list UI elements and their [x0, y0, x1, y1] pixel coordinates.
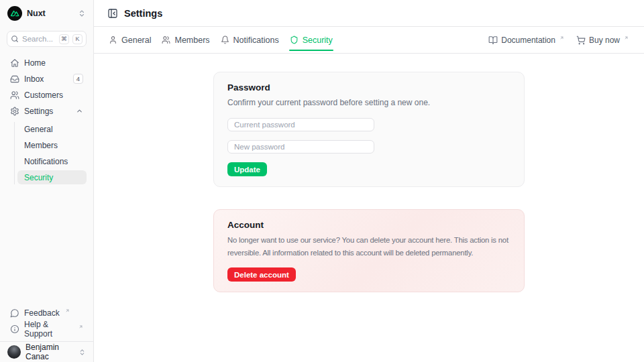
app-window: Nuxt Search... ⌘ K Home	[0, 0, 644, 362]
external-link-icon	[65, 308, 70, 313]
gear-icon	[10, 107, 19, 116]
external-link-icon	[624, 36, 629, 40]
sidebar-item-home[interactable]: Home	[7, 56, 87, 70]
page-header: Settings	[94, 0, 644, 27]
sidebar-subitem-security[interactable]: Security	[17, 170, 87, 184]
home-icon	[10, 58, 19, 68]
shopping-cart-icon	[576, 36, 586, 45]
inbox-count-badge: 4	[73, 74, 83, 84]
kbd-k: K	[72, 34, 83, 44]
sidebar-item-help-support[interactable]: Help & Support	[7, 322, 87, 336]
password-card-title: Password	[227, 82, 511, 93]
sidebar-footer: Feedback Help & Support	[0, 306, 93, 341]
documentation-link[interactable]: Documentation	[482, 36, 570, 45]
account-card-title: Account	[227, 220, 511, 230]
search-icon	[11, 35, 19, 43]
toolbar-link-label: Buy now	[589, 36, 620, 45]
sidebar-item-customers[interactable]: Customers	[7, 88, 87, 102]
tab-label: Security	[303, 36, 333, 45]
page-title: Settings	[124, 8, 162, 19]
tab-general[interactable]: General	[103, 27, 156, 54]
settings-submenu: General Members Notifications Security	[14, 122, 87, 184]
sidebar-item-settings[interactable]: Settings	[7, 104, 87, 118]
search-input[interactable]: Search... ⌘ K	[7, 31, 87, 47]
sidebar-toggle-icon[interactable]	[107, 8, 118, 19]
workspace-name: Nuxt	[27, 9, 73, 18]
info-circle-icon	[10, 324, 19, 334]
tab-label: General	[121, 36, 151, 45]
delete-account-button[interactable]: Delete account	[227, 267, 296, 282]
new-password-field[interactable]	[227, 140, 374, 154]
users-icon	[162, 36, 170, 44]
sidebar-item-label: Customers	[24, 90, 83, 100]
tab-notifications[interactable]: Notifications	[215, 27, 284, 54]
sidebar-subitem-label: Members	[24, 141, 58, 150]
sidebar-item-label: Help & Support	[24, 320, 73, 339]
sidebar-item-label: Settings	[24, 107, 71, 116]
content-area: Password Confirm your current password b…	[94, 54, 644, 362]
sidebar-nav: Home Inbox 4 Customers Settings	[0, 56, 93, 184]
sidebar-item-label: Inbox	[24, 74, 68, 84]
sidebar-spacer	[0, 184, 93, 306]
shield-icon	[290, 36, 299, 44]
bell-icon	[221, 36, 229, 44]
account-card: Account No longer want to use our servic…	[213, 209, 525, 292]
account-card-description: No longer want to use our service? You c…	[227, 234, 513, 259]
chevrons-up-down-icon	[78, 9, 86, 17]
chevron-up-icon	[76, 107, 83, 115]
sidebar-subitem-label: General	[24, 125, 53, 134]
sidebar-item-feedback[interactable]: Feedback	[7, 306, 87, 320]
update-button[interactable]: Update	[227, 162, 267, 176]
buy-now-link[interactable]: Buy now	[570, 36, 635, 45]
tab-members[interactable]: Members	[156, 27, 215, 54]
chevrons-up-down-icon	[78, 349, 86, 356]
tab-label: Members	[174, 36, 209, 45]
active-tab-indicator	[289, 50, 333, 51]
nuxt-logo-icon	[7, 6, 22, 21]
avatar	[7, 345, 21, 359]
search-placeholder: Search...	[22, 35, 56, 43]
current-password-field[interactable]	[227, 118, 374, 131]
tab-security[interactable]: Security	[284, 27, 338, 54]
speech-bubble-icon	[10, 308, 19, 318]
user-menu-button[interactable]: Benjamin Canac	[0, 341, 93, 362]
sidebar-subitem-general[interactable]: General	[17, 122, 87, 136]
kbd-cmd: ⌘	[59, 34, 69, 44]
users-icon	[10, 90, 19, 100]
toolbar-link-label: Documentation	[501, 36, 555, 45]
workspace-switcher[interactable]: Nuxt	[0, 0, 93, 27]
external-link-icon	[78, 324, 83, 329]
inbox-icon	[10, 74, 19, 84]
external-link-icon	[559, 36, 564, 40]
sidebar-item-inbox[interactable]: Inbox 4	[7, 72, 87, 86]
sidebar-subitem-label: Notifications	[24, 157, 68, 166]
sidebar: Nuxt Search... ⌘ K Home	[0, 0, 94, 362]
sidebar-subitem-label: Security	[24, 173, 53, 182]
password-card-description: Confirm your current password before set…	[227, 97, 511, 109]
main-area: Settings General Members Notifications	[94, 0, 644, 362]
sidebar-subitem-notifications[interactable]: Notifications	[17, 154, 87, 168]
open-book-icon	[488, 36, 498, 45]
sidebar-item-label: Feedback	[24, 308, 60, 318]
tab-bar: General Members Notifications Security	[94, 27, 644, 54]
user-name: Benjamin Canac	[25, 343, 74, 361]
user-icon	[109, 36, 117, 44]
password-card: Password Confirm your current password b…	[213, 72, 525, 187]
sidebar-item-label: Home	[24, 58, 83, 68]
sidebar-subitem-members[interactable]: Members	[17, 138, 87, 152]
tab-label: Notifications	[233, 36, 279, 45]
